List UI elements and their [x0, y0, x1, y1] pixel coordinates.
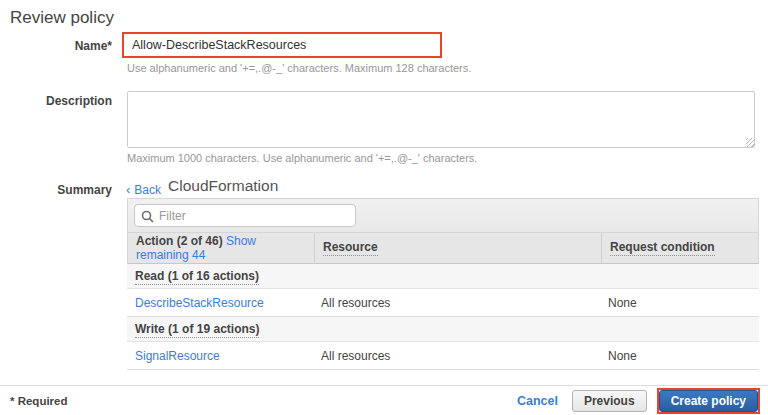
request-condition-cell: None — [600, 296, 759, 310]
create-policy-highlight-box: Create policy — [657, 388, 760, 414]
table-row: SignalResource All resources None — [127, 342, 759, 370]
name-input-highlight-box — [122, 32, 442, 58]
table-header-row: Action (2 of 46) Show remaining 44 Resou… — [127, 232, 759, 264]
resource-cell: All resources — [313, 349, 600, 363]
request-condition-cell: None — [600, 349, 759, 363]
back-chevron-icon: ‹ — [126, 182, 130, 197]
back-link-label: Back — [134, 183, 161, 197]
action-link[interactable]: SignalResource — [135, 349, 220, 363]
name-input[interactable] — [124, 34, 440, 56]
filter-input-wrap — [134, 204, 356, 227]
group-header-write: Write (1 of 19 actions) — [127, 317, 759, 342]
service-name-heading: CloudFormation — [168, 177, 278, 195]
table-row: DescribeStackResource All resources None — [127, 289, 759, 317]
filter-input[interactable] — [135, 205, 355, 226]
policy-summary-table: Action (2 of 46) Show remaining 44 Resou… — [127, 198, 759, 370]
description-label: Description — [0, 94, 112, 108]
create-policy-button[interactable]: Create policy — [659, 390, 758, 412]
search-icon — [141, 210, 154, 223]
back-link[interactable]: ‹Back — [126, 182, 161, 197]
action-link[interactable]: DescribeStackResource — [135, 296, 264, 310]
column-header-request-condition: Request condition — [601, 233, 758, 263]
column-header-resource: Resource — [314, 233, 601, 263]
description-textarea[interactable] — [127, 91, 755, 148]
required-note: * Required — [10, 395, 68, 407]
footer-bar: * Required Cancel Previous Create policy — [0, 385, 768, 415]
name-label: Name* — [0, 39, 112, 53]
cancel-link[interactable]: Cancel — [517, 394, 558, 408]
column-header-action: Action (2 of 46) Show remaining 44 — [128, 234, 314, 262]
summary-label: Summary — [0, 183, 112, 197]
filter-bar — [127, 198, 759, 232]
action-count-label: Action (2 of 46) — [136, 234, 223, 248]
previous-button[interactable]: Previous — [572, 390, 647, 412]
group-header-read: Read (1 of 16 actions) — [127, 264, 759, 289]
page-title: Review policy — [10, 8, 114, 28]
name-help-text: Use alphanumeric and '+=,.@-_' character… — [127, 62, 471, 74]
description-help-text: Maximum 1000 characters. Use alphanumeri… — [127, 152, 477, 164]
resource-cell: All resources — [313, 296, 600, 310]
footer-actions: Cancel Previous Create policy — [517, 386, 760, 415]
review-policy-page: Review policy Name* Use alphanumeric and… — [0, 0, 768, 415]
